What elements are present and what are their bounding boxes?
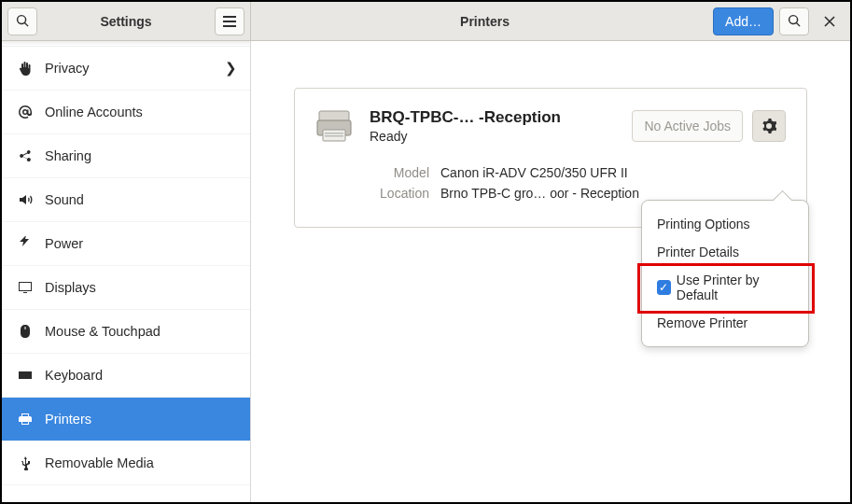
- printer-image: [315, 107, 353, 145]
- printer-icon: [15, 411, 35, 427]
- sidebar-item-printers[interactable]: Printers: [2, 398, 250, 441]
- hand-icon: [15, 60, 35, 77]
- keyboard-icon: [15, 367, 35, 384]
- menu-button[interactable]: [215, 7, 244, 35]
- location-row: Location Brno TPB-C gro… oor - Reception: [370, 186, 639, 201]
- chevron-right-icon: ❯: [225, 61, 237, 76]
- popover-item-use-printer-by-default[interactable]: Use Printer by Default: [642, 266, 808, 309]
- sidebar-item-removable-media[interactable]: Removable Media: [2, 441, 250, 485]
- sidebar-item-privacy[interactable]: Privacy❯: [2, 47, 250, 91]
- popover-item-printing-options[interactable]: Printing Options: [642, 210, 808, 238]
- popover-item-remove-printer[interactable]: Remove Printer: [642, 309, 808, 337]
- sidebar-item-label: Mouse & Touchpad: [45, 324, 237, 339]
- sidebar-item-label: Printers: [45, 412, 237, 427]
- printer-card-header: BRQ-TPBC-… -Reception Ready No Active Jo…: [315, 107, 786, 145]
- printer-device-icon: [315, 107, 353, 145]
- printer-name: BRQ-TPBC-… -Reception: [370, 108, 632, 127]
- printers-title: Printers: [257, 14, 713, 29]
- sidebar-item-power[interactable]: Power: [2, 222, 250, 266]
- printer-options-popover: Printing OptionsPrinter DetailsUse Print…: [641, 200, 809, 347]
- svg-rect-3: [325, 133, 343, 134]
- search-printers-button[interactable]: [779, 7, 809, 35]
- model-value: Canon iR-ADV C250/350 UFR II: [440, 165, 628, 180]
- display-icon: [15, 279, 35, 296]
- search-button[interactable]: [7, 7, 37, 35]
- sidebar-item-label: Keyboard: [45, 368, 237, 383]
- search-icon: [788, 14, 802, 28]
- popover-item-label: Printing Options: [657, 217, 750, 231]
- popover-item-label: Printer Details: [657, 245, 739, 259]
- settings-title: Settings: [37, 14, 215, 29]
- sidebar-item-online-accounts[interactable]: Online Accounts: [2, 91, 250, 134]
- sidebar-item-label: Sound: [45, 192, 237, 207]
- location-value: Brno TPB-C gro… oor - Reception: [440, 186, 639, 201]
- gear-icon: [761, 119, 776, 133]
- sidebar-item-label: Displays: [45, 280, 237, 295]
- sidebar-item-label: Sharing: [45, 148, 237, 163]
- sidebar-item-label: Privacy: [45, 61, 225, 76]
- usb-icon: [15, 455, 35, 471]
- checkbox-icon: [657, 280, 671, 295]
- location-label: Location: [370, 186, 429, 201]
- header-right: Printers Add…: [251, 2, 850, 40]
- sidebar-item-sound[interactable]: Sound: [2, 178, 250, 222]
- sidebar-item-keyboard[interactable]: Keyboard: [2, 354, 250, 398]
- popover-item-printer-details[interactable]: Printer Details: [642, 238, 808, 266]
- popover-item-label: Use Printer by Default: [677, 273, 793, 302]
- model-label: Model: [370, 165, 429, 180]
- content-area: BRQ-TPBC-… -Reception Ready No Active Jo…: [251, 41, 850, 502]
- close-button[interactable]: [815, 7, 845, 35]
- add-printer-button[interactable]: Add…: [713, 7, 774, 35]
- sidebar-list: Privacy❯Online AccountsSharingSoundPower…: [2, 47, 250, 485]
- sidebar-item-label: Removable Media: [45, 455, 237, 470]
- at-icon: [15, 104, 35, 120]
- close-icon: [824, 16, 835, 27]
- model-row: Model Canon iR-ADV C250/350 UFR II: [370, 165, 639, 180]
- hamburger-icon: [223, 16, 236, 27]
- sidebar-item-displays[interactable]: Displays: [2, 266, 250, 310]
- sound-icon: [15, 191, 35, 208]
- popover-item-label: Remove Printer: [657, 315, 747, 330]
- printer-status: Ready: [370, 129, 632, 144]
- sidebar-item-mouse-touchpad[interactable]: Mouse & Touchpad: [2, 310, 250, 354]
- jobs-button[interactable]: No Active Jobs: [632, 110, 743, 142]
- power-icon: [15, 235, 35, 252]
- printer-settings-button[interactable]: [752, 110, 786, 142]
- printer-name-col: BRQ-TPBC-… -Reception Ready: [370, 108, 632, 144]
- sidebar-item-sharing[interactable]: Sharing: [2, 134, 250, 178]
- sidebar: Privacy❯Online AccountsSharingSoundPower…: [2, 41, 251, 502]
- sidebar-item-label: Power: [45, 236, 237, 251]
- header-left: Settings: [2, 2, 251, 40]
- main-area: Privacy❯Online AccountsSharingSoundPower…: [2, 41, 850, 502]
- sidebar-item-label: Online Accounts: [45, 105, 237, 119]
- mouse-icon: [15, 323, 35, 340]
- svg-rect-4: [325, 135, 343, 137]
- search-icon: [16, 14, 30, 28]
- share-icon: [15, 147, 35, 164]
- header-bar: Settings Printers Add…: [2, 2, 850, 41]
